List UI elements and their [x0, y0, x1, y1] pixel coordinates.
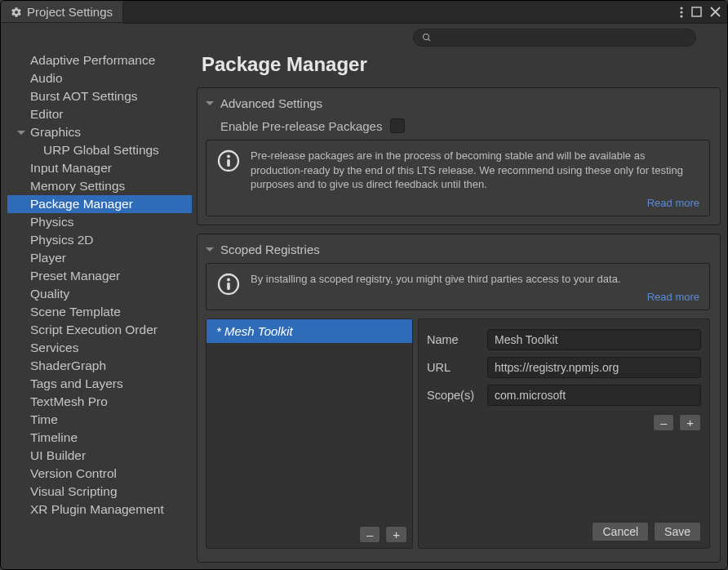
- svg-point-1: [680, 11, 682, 13]
- scoped-registries-header[interactable]: Scoped Registries: [206, 241, 710, 263]
- advanced-settings-header[interactable]: Advanced Settings: [206, 95, 710, 117]
- sidebar-item-services[interactable]: Services: [7, 339, 192, 357]
- sidebar-item-burst-aot[interactable]: Burst AOT Settings: [7, 87, 192, 105]
- registry-remove-button[interactable]: –: [359, 526, 380, 543]
- sidebar-item-preset-manager[interactable]: Preset Manager: [7, 267, 192, 285]
- scoped-info-text: By installing a scoped registry, you mig…: [251, 272, 699, 287]
- prerelease-readmore-link[interactable]: Read more: [647, 197, 699, 209]
- sidebar-item-textmeshpro[interactable]: TextMesh Pro: [7, 393, 192, 411]
- cancel-button[interactable]: Cancel: [592, 522, 649, 541]
- sidebar-item-xr-plugin[interactable]: XR Plugin Management: [7, 501, 192, 519]
- svg-rect-3: [692, 7, 701, 16]
- svg-rect-13: [227, 283, 230, 290]
- window-tab[interactable]: Project Settings: [1, 2, 123, 23]
- info-icon: [216, 272, 241, 296]
- save-button[interactable]: Save: [654, 522, 701, 541]
- svg-point-0: [680, 7, 682, 9]
- sidebar-item-urp-global[interactable]: URP Global Settings: [7, 141, 192, 159]
- sidebar-item-audio[interactable]: Audio: [7, 69, 192, 87]
- main-panel: Package Manager Advanced Settings Enable…: [197, 51, 721, 563]
- sidebar-item-scene-template[interactable]: Scene Template: [7, 303, 192, 321]
- kebab-menu-icon[interactable]: [680, 7, 683, 18]
- sidebar-item-shadergraph[interactable]: ShaderGraph: [7, 357, 192, 375]
- prerelease-checkbox-label: Enable Pre-release Packages: [220, 119, 382, 133]
- scoped-registries-panel: Scoped Registries By installing a scoped…: [197, 234, 721, 563]
- chevron-down-icon: [206, 101, 214, 105]
- close-icon[interactable]: [710, 7, 721, 17]
- sidebar-item-physics[interactable]: Physics: [7, 213, 192, 231]
- sidebar-item-version-control[interactable]: Version Control: [7, 465, 192, 483]
- settings-sidebar: Adaptive Performance Audio Burst AOT Set…: [7, 51, 197, 563]
- name-label: Name: [427, 333, 481, 346]
- info-icon: [216, 149, 241, 173]
- sidebar-item-player[interactable]: Player: [7, 249, 192, 267]
- advanced-settings-panel: Advanced Settings Enable Pre-release Pac…: [197, 87, 721, 225]
- sidebar-item-input-manager[interactable]: Input Manager: [7, 159, 192, 177]
- svg-point-6: [424, 34, 429, 40]
- search-input[interactable]: [413, 29, 696, 47]
- sidebar-item-adaptive-performance[interactable]: Adaptive Performance: [7, 51, 192, 69]
- sidebar-item-quality[interactable]: Quality: [7, 285, 192, 303]
- registry-form: Name URL Scope(s) – +: [418, 318, 710, 549]
- title-bar: Project Settings: [1, 1, 727, 24]
- svg-point-9: [227, 155, 230, 158]
- svg-point-12: [227, 278, 230, 281]
- sidebar-item-memory[interactable]: Memory Settings: [7, 177, 192, 195]
- sidebar-item-tags-layers[interactable]: Tags and Layers: [7, 375, 192, 393]
- name-input[interactable]: [487, 329, 701, 350]
- scope-remove-button[interactable]: –: [653, 414, 674, 431]
- registry-list: * Mesh Toolkit – +: [206, 318, 413, 549]
- scopes-label: Scope(s): [427, 389, 481, 402]
- scoped-readmore-link[interactable]: Read more: [647, 291, 699, 303]
- scoped-info-box: By installing a scoped registry, you mig…: [206, 263, 710, 311]
- gear-icon: [11, 7, 22, 18]
- sidebar-item-timeline[interactable]: Timeline: [7, 429, 192, 447]
- svg-point-2: [680, 15, 682, 17]
- page-title: Package Manager: [197, 51, 721, 79]
- sidebar-item-script-exec-order[interactable]: Script Execution Order: [7, 321, 192, 339]
- svg-line-7: [428, 39, 431, 42]
- url-label: URL: [427, 361, 481, 374]
- sidebar-item-physics2d[interactable]: Physics 2D: [7, 231, 192, 249]
- url-input[interactable]: [487, 357, 701, 378]
- svg-rect-10: [227, 159, 230, 167]
- chevron-down-icon: [206, 247, 214, 252]
- sidebar-item-uibuilder[interactable]: UI Builder: [7, 447, 192, 465]
- registry-add-button[interactable]: +: [385, 526, 407, 543]
- sidebar-item-editor[interactable]: Editor: [7, 105, 192, 123]
- prerelease-info-text: Pre-release packages are in the process …: [251, 149, 699, 192]
- sidebar-item-graphics[interactable]: Graphics: [7, 123, 192, 141]
- maximize-icon[interactable]: [691, 7, 702, 17]
- scope-add-button[interactable]: +: [679, 414, 701, 431]
- scopes-input[interactable]: [487, 385, 701, 406]
- sidebar-item-visual-scripting[interactable]: Visual Scripting: [7, 483, 192, 501]
- window-title: Project Settings: [27, 5, 113, 19]
- registry-list-item[interactable]: * Mesh Toolkit: [206, 319, 412, 343]
- sidebar-item-package-manager[interactable]: Package Manager: [7, 195, 192, 213]
- search-icon: [422, 33, 432, 42]
- toolbar: [1, 24, 727, 51]
- prerelease-info-box: Pre-release packages are in the process …: [206, 140, 710, 216]
- prerelease-checkbox[interactable]: [390, 118, 405, 133]
- chevron-down-icon: [17, 131, 25, 135]
- sidebar-item-time[interactable]: Time: [7, 411, 192, 429]
